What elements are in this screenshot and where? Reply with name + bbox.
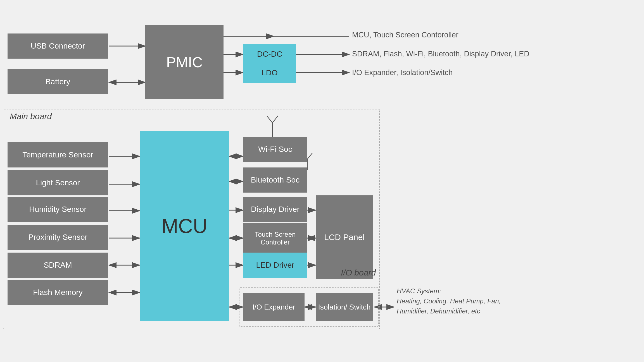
temp-sensor-block: Temperature Sensor	[8, 142, 108, 167]
bluetooth-soc-label: Bluetooth Soc	[251, 176, 300, 184]
hvac-label: HVAC System: Heating, Cooling, Heat Pump…	[397, 286, 501, 316]
flash-memory-block: Flash Memory	[8, 280, 108, 305]
ldo-block: LDO	[243, 63, 296, 83]
usb-connector-label: USB Connector	[31, 42, 85, 51]
wifi-soc-label: Wi-Fi Soc	[258, 145, 292, 154]
wifi-soc-block: Wi-Fi Soc	[243, 137, 307, 162]
pmic-out3-label: I/O Expander, Isolation/Switch	[352, 68, 453, 77]
battery-label: Battery	[46, 77, 70, 86]
light-sensor-block: Light Sensor	[8, 170, 108, 195]
temp-sensor-label: Temperature Sensor	[22, 150, 93, 159]
proximity-sensor-label: Proximity Sensor	[28, 233, 87, 242]
mcu-label: MCU	[161, 215, 207, 238]
lcd-panel-block: LCD Panel	[316, 195, 373, 279]
pmic-out1-label: MCU, Touch Screen Contoroller	[352, 31, 458, 39]
humidity-sensor-label: Humidity Sensor	[29, 205, 86, 214]
flash-memory-label: Flash Memory	[33, 288, 82, 297]
pmic-block: PMIC	[145, 25, 224, 99]
io-board-label: I/O board	[341, 268, 376, 277]
battery-block: Battery	[8, 69, 108, 94]
sdram-label: SDRAM	[44, 261, 72, 270]
light-sensor-label: Light Sensor	[36, 178, 80, 187]
led-driver-label: LED Driver	[256, 261, 294, 270]
io-board-border	[239, 287, 379, 327]
dc-dc-block: DC-DC	[243, 44, 296, 64]
touch-screen-label: Touch Screen Controller	[243, 231, 307, 246]
lcd-panel-label: LCD Panel	[324, 232, 365, 242]
led-driver-block: LED Driver	[243, 253, 307, 278]
pmic-out2-label: SDRAM, Flash, Wi-Fi, Bluetooth, Display …	[352, 50, 529, 58]
diagram: USB Connector Battery PMIC DC-DC LDO MCU…	[0, 0, 644, 362]
dc-dc-label: DC-DC	[257, 50, 282, 59]
humidity-sensor-block: Humidity Sensor	[8, 197, 108, 222]
touch-screen-block: Touch Screen Controller	[243, 223, 307, 253]
proximity-sensor-block: Proximity Sensor	[8, 225, 108, 250]
mcu-block: MCU	[140, 131, 229, 321]
sdram-block: SDRAM	[8, 253, 108, 278]
usb-connector-block: USB Connector	[8, 33, 108, 59]
main-board-label: Main board	[10, 112, 52, 121]
ldo-label: LDO	[262, 68, 278, 77]
bluetooth-soc-block: Bluetooth Soc	[243, 167, 307, 193]
display-driver-label: Display Driver	[251, 205, 300, 214]
pmic-label: PMIC	[166, 54, 203, 71]
display-driver-block: Display Driver	[243, 197, 307, 222]
